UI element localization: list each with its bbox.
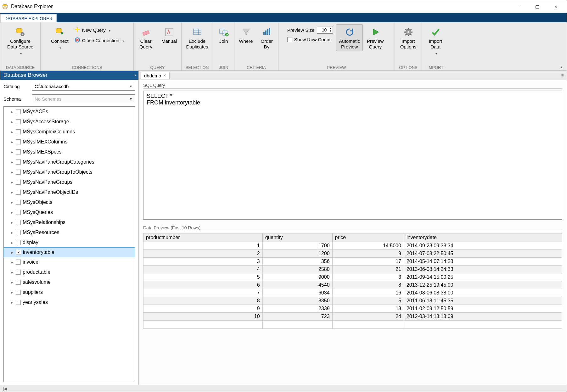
tree-item-msysresources[interactable]: ▶MSysResources [4,227,135,238]
spinner-arrows-icon[interactable]: ▲▼ [328,27,333,32]
preview-size-spinner[interactable]: ▲▼ [317,26,333,34]
checkbox-icon[interactable] [16,170,21,175]
expand-caret-icon[interactable]: ▶ [11,301,14,304]
table-row[interactable]: 6454082013-12-25 19:45:00 [143,281,562,289]
schema-dropdown[interactable]: No Schemas [32,94,135,103]
checkbox-icon[interactable] [16,270,21,275]
ribbon-tab-database-explorer[interactable]: DATABASE EXPLORER [0,14,57,23]
expand-caret-icon[interactable]: ▶ [11,211,14,214]
checkbox-icon[interactable] [16,200,21,205]
tree-item-msysnavpanegroups[interactable]: ▶MSysNavPaneGroups [4,177,135,187]
close-connection-button[interactable]: Close Connection [73,36,126,44]
order-by-button[interactable]: Order By [257,24,277,51]
checkbox-icon[interactable] [16,139,21,144]
import-data-button[interactable]: Import Data [424,24,447,57]
expand-caret-icon[interactable]: ▶ [11,291,14,294]
column-header[interactable]: inventorydate [404,233,562,242]
checkbox-icon[interactable] [16,210,21,215]
checkbox-icon[interactable] [16,280,21,285]
table-row[interactable]: 5900032012-09-14 15:00:25 [143,273,562,281]
table-row[interactable]: 42580212013-06-08 14:24:33 [143,266,562,273]
expand-caret-icon[interactable]: ▶ [11,191,14,194]
column-header[interactable]: productnumber [143,233,263,242]
checkbox-icon[interactable] [16,230,21,235]
connect-button[interactable]: Connect [48,24,71,52]
tree-item-yearlysales[interactable]: ▶yearlysales [4,297,135,307]
expand-caret-icon[interactable]: ▶ [11,260,14,264]
join-button[interactable]: Join [215,24,233,46]
tree-item-msysaces[interactable]: ▶MSysACEs [4,107,135,117]
checkbox-icon[interactable]: ✓ [16,250,21,255]
checkbox-icon[interactable] [16,240,21,245]
tree-item-inventorytable[interactable]: ▶✓inventorytable [4,247,135,257]
expand-caret-icon[interactable]: ▶ [11,231,14,234]
where-button[interactable]: Where [236,24,255,46]
expand-caret-icon[interactable]: ▶ [11,171,14,174]
preview-size-input[interactable] [317,26,328,33]
status-nav-icon[interactable]: |◀ [3,386,7,391]
table-row[interactable]: 3356172014-05-14 07:14:28 [143,258,562,266]
preview-query-button[interactable]: Preview Query [364,24,386,51]
doc-tab-dbdemo[interactable]: dbdemo ✕ [141,72,170,79]
expand-caret-icon[interactable]: ▶ [11,120,14,124]
column-header[interactable]: quantity [262,233,332,242]
table-row[interactable]: 92339132011-02-09 12:50:59 [143,305,562,313]
expand-caret-icon[interactable]: ▶ [11,271,14,274]
table-row[interactable]: 76034162014-08-06 08:38:00 [143,289,562,297]
table-row[interactable]: 1170014.50002014-09-23 09:38:34 [143,242,562,250]
expand-caret-icon[interactable]: ▶ [11,281,14,284]
close-tab-icon[interactable]: ✕ [163,73,166,78]
tree-item-display[interactable]: ▶display [4,238,135,248]
checkbox-icon[interactable] [16,119,21,124]
tree-item-invoice[interactable]: ▶invoice [4,257,135,267]
tree-item-msysnavpaneobjectids[interactable]: ▶MSysNavPaneObjectIDs [4,187,135,197]
exclude-duplicates-button[interactable]: Exclude Duplicates [183,24,211,51]
manual-button[interactable]: Manual [158,24,180,46]
checkbox-icon[interactable] [16,180,21,185]
checkbox-icon[interactable] [16,160,21,165]
ribbon-collapse-button[interactable]: ▴ [559,65,564,69]
tree-item-msysqueries[interactable]: ▶MSysQueries [4,207,135,217]
table-row[interactable]: 2120092014-07-08 22:50:45 [143,250,562,258]
checkbox-icon[interactable] [16,190,21,195]
checkbox-icon[interactable] [16,300,21,305]
show-row-count-checkbox[interactable]: Show Row Count [287,37,333,42]
expand-caret-icon[interactable]: ▶ [11,140,14,144]
expand-caret-icon[interactable]: ▶ [11,130,14,134]
new-query-button[interactable]: New Query [73,26,126,34]
expand-caret-icon[interactable]: ▶ [11,241,14,244]
import-options-button[interactable]: Import Options [397,24,420,51]
checkbox-icon[interactable] [16,220,21,225]
tree-item-msysaccessstorage[interactable]: ▶MSysAccessStorage [4,117,135,127]
close-button[interactable]: ✕ [547,0,565,13]
minimize-button[interactable]: — [509,0,528,13]
expand-caret-icon[interactable]: ▶ [11,201,14,204]
table-row[interactable]: 10723242012-03-14 13:13:09 [143,313,562,321]
tree-item-producttable[interactable]: ▶producttable [4,267,135,277]
expand-caret-icon[interactable]: ▶ [11,110,14,114]
tab-options-icon[interactable]: ◉ [561,73,564,77]
expand-caret-icon[interactable]: ▶ [11,221,14,224]
expand-caret-icon[interactable]: ▶ [11,160,14,164]
tree-item-msysnavpanegrouptoobjects[interactable]: ▶MSysNavPaneGroupToObjects [4,167,135,177]
tree-item-suppliers[interactable]: ▶suppliers [4,287,135,297]
column-header[interactable]: price [332,233,404,242]
tree-item-msysnavpanegroupcategories[interactable]: ▶MSysNavPaneGroupCategories [4,157,135,167]
table-tree[interactable]: ▶MSysACEs▶MSysAccessStorage▶MSysComplexC… [3,106,135,382]
sql-editor[interactable]: SELECT * FROM inventorytable [143,91,562,220]
checkbox-icon[interactable] [16,109,21,114]
tree-item-msyscomplexcolumns[interactable]: ▶MSysComplexColumns [4,127,135,137]
checkbox-icon[interactable] [16,290,21,295]
checkbox-icon[interactable] [16,129,21,134]
clear-query-button[interactable]: Clear Query [135,24,157,51]
tree-item-msysimexspecs[interactable]: ▶MSysIMEXSpecs [4,147,135,157]
tree-item-msysrelationships[interactable]: ▶MSysRelationships [4,217,135,227]
maximize-button[interactable]: ▢ [528,0,547,13]
catalog-dropdown[interactable]: C:\tutorial.accdb [32,82,135,91]
tree-item-msysobjects[interactable]: ▶MSysObjects [4,197,135,207]
checkbox-icon[interactable] [16,260,21,265]
expand-caret-icon[interactable]: ▶ [11,150,14,154]
configure-data-source-button[interactable]: Configure Data Source [4,24,36,57]
table-row[interactable]: 8835052011-06-18 11:45:35 [143,297,562,305]
automatic-preview-button[interactable]: Automatic Preview [336,24,363,51]
